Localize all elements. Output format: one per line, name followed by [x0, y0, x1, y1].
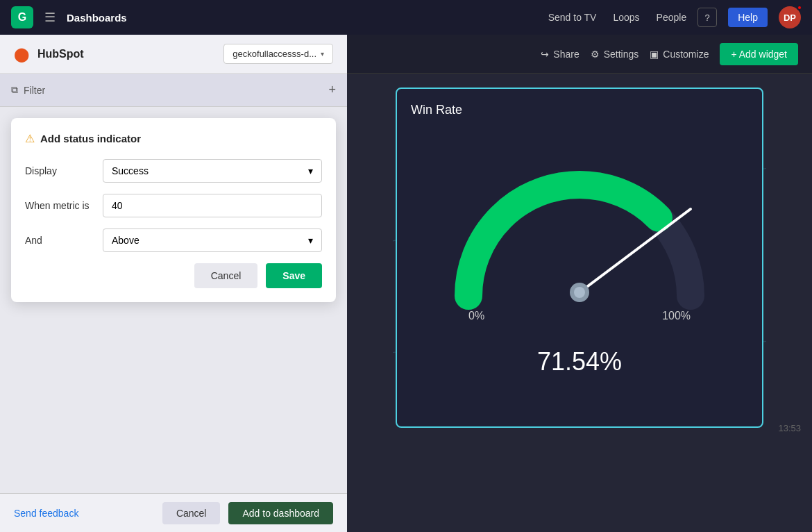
metric-value-input[interactable]	[103, 194, 322, 217]
gauge-labels: 0% 100%	[468, 310, 691, 322]
avatar-initials: DP	[784, 13, 796, 23]
widget-title: Win Rate	[411, 103, 748, 117]
app-logo[interactable]: G	[11, 6, 33, 28]
gauge-number: 71.54	[537, 347, 600, 376]
app-title: Dashboards	[67, 12, 537, 24]
gauge-value-display: 71.54%	[537, 329, 622, 381]
filter-text: Filter	[24, 85, 45, 96]
spacer	[0, 313, 347, 499]
and-select[interactable]: Above ▾	[103, 228, 322, 252]
right-header: ↪ Share ⚙ Settings ▣ Customize + Add wid…	[347, 35, 812, 74]
select-chevron: ▾	[308, 165, 313, 176]
settings-icon: ⚙	[591, 49, 600, 60]
add-filter-button[interactable]: +	[328, 83, 336, 97]
customize-icon: ▣	[650, 49, 659, 60]
left-panel: ⬤ HubSpot geckofullaccesss-d... ▾ ⧉ Filt…	[0, 35, 347, 532]
dialog-actions: Cancel Save	[25, 263, 322, 288]
share-button[interactable]: ↪ Share	[541, 49, 579, 60]
nav-people[interactable]: People	[657, 12, 687, 23]
gauge-svg	[448, 157, 711, 310]
send-feedback-link[interactable]: Send feedback	[14, 508, 78, 519]
cancel-button[interactable]: Cancel	[194, 263, 258, 288]
svg-point-5	[574, 287, 585, 298]
add-widget-button[interactable]: + Add widget	[720, 43, 798, 65]
dialog-header: ⚠ Add status indicator	[25, 132, 322, 145]
and-label: And	[25, 235, 94, 246]
account-label: geckofullaccesss-d...	[232, 49, 316, 59]
status-indicator-dialog: ⚠ Add status indicator Display Success ▾…	[11, 118, 336, 302]
page-footer: Send feedback Cancel Add to dashboard	[0, 493, 347, 532]
share-label: Share	[553, 49, 579, 60]
metric-row: When metric is	[25, 194, 322, 217]
account-dropdown[interactable]: geckofullaccesss-d... ▾	[223, 44, 333, 64]
integration-title: HubSpot	[37, 48, 215, 60]
customize-button[interactable]: ▣ Customize	[650, 49, 709, 60]
dropdown-chevron: ▾	[321, 50, 324, 58]
right-panel: ↪ Share ⚙ Settings ▣ Customize + Add wid…	[347, 35, 812, 532]
timestamp: 13:53	[778, 423, 801, 433]
and-row: And Above ▾	[25, 228, 322, 252]
gauge-suffix: %	[600, 347, 622, 376]
notification-dot	[797, 5, 802, 10]
top-navigation: G ☰ Dashboards Send to TV Loops People ?…	[0, 0, 812, 35]
share-icon: ↪	[541, 49, 549, 60]
filter-icon: ⧉	[11, 84, 18, 96]
gauge-min-label: 0%	[468, 310, 484, 322]
customize-label: Customize	[663, 49, 709, 60]
add-to-dashboard-button[interactable]: Add to dashboard	[228, 502, 333, 524]
settings-label: Settings	[604, 49, 639, 60]
nav-loops[interactable]: Loops	[613, 12, 639, 23]
and-chevron: ▾	[308, 235, 313, 246]
filter-label-group: ⧉ Filter	[11, 84, 45, 96]
display-row: Display Success ▾	[25, 159, 322, 183]
sub-header: ⬤ HubSpot geckofullaccesss-d... ▾	[0, 35, 347, 74]
logo-text: G	[18, 11, 26, 24]
hamburger-menu[interactable]: ☰	[44, 10, 56, 25]
save-button[interactable]: Save	[266, 263, 322, 288]
display-value: Success	[112, 165, 149, 176]
help-question-icon[interactable]: ?	[697, 8, 717, 27]
filter-bar: ⧉ Filter +	[0, 74, 347, 107]
main-layout: ⬤ HubSpot geckofullaccesss-d... ▾ ⧉ Filt…	[0, 35, 812, 532]
and-value: Above	[112, 235, 139, 246]
dashboard-content: 19 Sep st 7 days 19 Sep Win Rate	[347, 74, 812, 442]
footer-actions: Cancel Add to dashboard	[162, 502, 333, 524]
gauge-max-label: 100%	[662, 310, 691, 322]
user-avatar[interactable]: DP	[779, 6, 801, 28]
display-select[interactable]: Success ▾	[103, 159, 322, 183]
nav-links: Send to TV Loops People	[548, 12, 687, 23]
gauge-container: 0% 100% 71.54%	[411, 124, 748, 413]
help-button[interactable]: Help	[728, 8, 768, 27]
display-label: Display	[25, 165, 94, 176]
nav-send-to-tv[interactable]: Send to TV	[548, 12, 597, 23]
metric-label: When metric is	[25, 200, 94, 211]
dialog-title: Add status indicator	[40, 133, 141, 144]
win-rate-widget: Win Rate	[396, 88, 763, 428]
hubspot-icon: ⬤	[14, 46, 29, 63]
footer-cancel-button[interactable]: Cancel	[162, 502, 221, 524]
warning-icon: ⚠	[25, 132, 35, 145]
settings-button[interactable]: ⚙ Settings	[591, 49, 639, 60]
